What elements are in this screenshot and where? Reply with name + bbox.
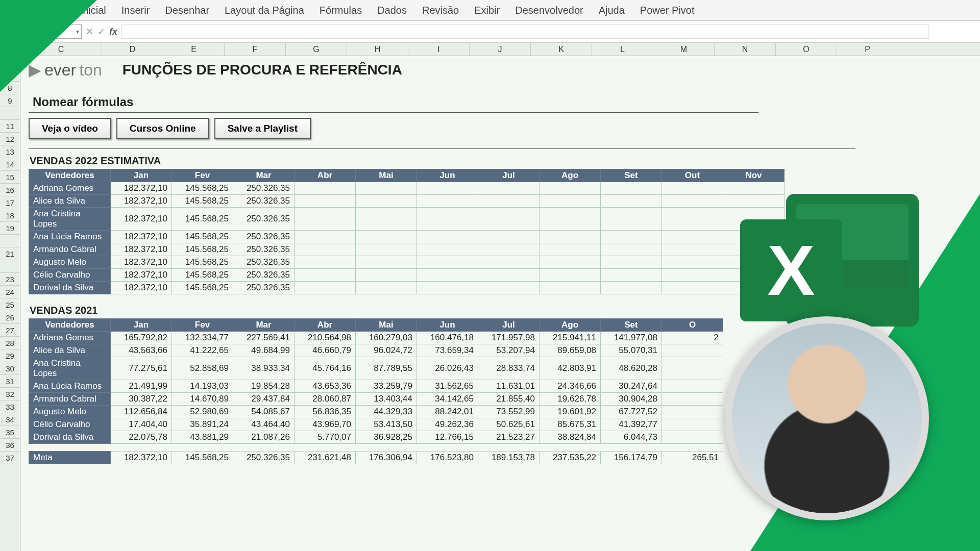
cell[interactable] — [356, 231, 417, 243]
cell[interactable] — [662, 256, 723, 269]
cell[interactable] — [356, 269, 417, 282]
cell[interactable] — [295, 256, 356, 269]
cell[interactable]: 56.836,35 — [295, 406, 356, 418]
cell-name[interactable]: Ana Cristina Lopes — [29, 357, 111, 380]
row-header[interactable]: 16 — [0, 184, 20, 196]
cell-name[interactable]: Dorival da Silva — [29, 431, 111, 444]
cell[interactable]: 21.491,99 — [111, 380, 172, 393]
cell[interactable] — [601, 269, 662, 282]
table-header[interactable]: Vendedores — [29, 169, 111, 182]
table-header[interactable]: Abr — [295, 319, 356, 332]
row-header[interactable]: 35 — [0, 426, 20, 439]
cell[interactable]: 19.626,78 — [540, 393, 601, 406]
table-row[interactable]: Adriana Gomes165.792,82132.334,77227.569… — [29, 332, 723, 344]
cell[interactable]: 112.656,84 — [111, 406, 172, 418]
ribbon-tab[interactable]: Layout da Página — [225, 5, 304, 16]
ribbon-tab[interactable]: Desenvolvedor — [515, 5, 583, 16]
cell[interactable]: 30.904,28 — [601, 393, 662, 406]
cell-name[interactable]: Célio Carvalho — [29, 418, 111, 431]
cell[interactable] — [295, 195, 356, 208]
cell[interactable]: 38.933,34 — [233, 357, 295, 380]
col-header[interactable]: J — [470, 43, 531, 56]
row-header[interactable]: 34 — [0, 413, 20, 426]
cell[interactable]: 145.568,25 — [172, 269, 233, 282]
col-header[interactable]: N — [715, 43, 776, 56]
table-row[interactable]: Ana Lúcia Ramos21.491,9914.193,0319.854,… — [29, 380, 723, 393]
row-header[interactable]: 17 — [0, 196, 20, 209]
cell[interactable]: 182.372,10 — [111, 256, 172, 269]
cell[interactable]: 85.675,31 — [540, 418, 601, 431]
cell[interactable]: 96.024,72 — [356, 344, 417, 357]
ribbon-tab[interactable]: Inserir — [121, 5, 150, 16]
cell[interactable] — [540, 243, 601, 256]
row-header[interactable]: 30 — [0, 362, 20, 375]
cell[interactable]: 145.568,25 — [172, 208, 233, 231]
cell[interactable]: 182.372,10 — [111, 182, 172, 195]
ribbon-tab[interactable]: Desenhar — [165, 5, 209, 16]
table-header[interactable]: Jul — [478, 319, 540, 332]
table-header[interactable]: Jul — [478, 169, 540, 182]
table-header[interactable]: Jun — [417, 169, 478, 182]
cell[interactable] — [295, 243, 356, 256]
cell[interactable]: 250.326,35 — [233, 452, 295, 464]
table-header[interactable]: Jan — [111, 169, 172, 182]
cell[interactable]: 28.060,87 — [295, 393, 356, 406]
table-row[interactable]: Adriana Gomes182.372,10145.568,25250.326… — [29, 182, 785, 195]
cell[interactable] — [478, 231, 540, 243]
cell[interactable] — [662, 282, 723, 294]
table-header[interactable]: Mai — [356, 169, 417, 182]
cell[interactable] — [662, 431, 723, 444]
cell-name[interactable]: Alice da Silva — [29, 195, 111, 208]
table-header[interactable]: Abr — [295, 169, 356, 182]
cell[interactable] — [662, 243, 723, 256]
table-header[interactable]: Set — [601, 169, 662, 182]
cell[interactable] — [417, 231, 478, 243]
cell-name[interactable]: Augusto Melo — [29, 406, 111, 418]
cell[interactable] — [478, 282, 540, 294]
cell[interactable] — [417, 243, 478, 256]
table-header[interactable]: Set — [601, 319, 662, 332]
row-header[interactable]: 26 — [0, 311, 20, 324]
cell[interactable]: 145.568,25 — [172, 195, 233, 208]
cell-name[interactable]: Adriana Gomes — [29, 332, 111, 344]
cell[interactable]: 38.824,84 — [540, 431, 601, 444]
cell[interactable]: 145.568,25 — [172, 256, 233, 269]
cell[interactable]: 13.403,44 — [356, 393, 417, 406]
cell[interactable]: 21.087,26 — [233, 431, 295, 444]
cell[interactable]: 49.262,36 — [417, 418, 478, 431]
cell[interactable] — [662, 406, 723, 418]
cell[interactable]: 227.569,41 — [233, 332, 295, 344]
cell[interactable]: 34.142,65 — [417, 393, 478, 406]
cell[interactable]: 43.653,36 — [295, 380, 356, 393]
cell[interactable] — [540, 231, 601, 243]
cell[interactable]: 77.275,61 — [111, 357, 172, 380]
table-header[interactable]: Ago — [540, 169, 601, 182]
cell[interactable]: 156.174,79 — [601, 452, 662, 464]
cell[interactable]: 265.51 — [662, 452, 723, 464]
cell[interactable]: 145.568,25 — [172, 243, 233, 256]
cell[interactable]: 250.326,35 — [233, 243, 295, 256]
row-header[interactable]: 15 — [0, 171, 20, 184]
cell[interactable]: 2 — [662, 332, 723, 344]
row-header[interactable]: 29 — [0, 349, 20, 362]
cell[interactable]: 19.601,92 — [540, 406, 601, 418]
table-header[interactable]: O — [662, 319, 723, 332]
cell[interactable] — [356, 282, 417, 294]
cell[interactable] — [295, 282, 356, 294]
cell[interactable]: 46.660,79 — [295, 344, 356, 357]
cell-name[interactable]: Augusto Melo — [29, 256, 111, 269]
cell[interactable]: 182.372,10 — [111, 282, 172, 294]
cell[interactable]: 250.326,35 — [233, 256, 295, 269]
cell[interactable]: 26.026,43 — [417, 357, 478, 380]
col-header[interactable]: I — [408, 43, 470, 56]
cell[interactable] — [478, 243, 540, 256]
cell[interactable] — [295, 182, 356, 195]
cell[interactable]: 89.659,08 — [540, 344, 601, 357]
cell[interactable]: 41.392,77 — [601, 418, 662, 431]
cell[interactable]: 14.670,89 — [172, 393, 233, 406]
cell[interactable]: 24.346,66 — [540, 380, 601, 393]
cell[interactable]: 171.957,98 — [478, 332, 540, 344]
cell[interactable]: 88.242,01 — [417, 406, 478, 418]
cell[interactable]: 73.659,34 — [417, 344, 478, 357]
cell[interactable]: 50.625,61 — [478, 418, 540, 431]
